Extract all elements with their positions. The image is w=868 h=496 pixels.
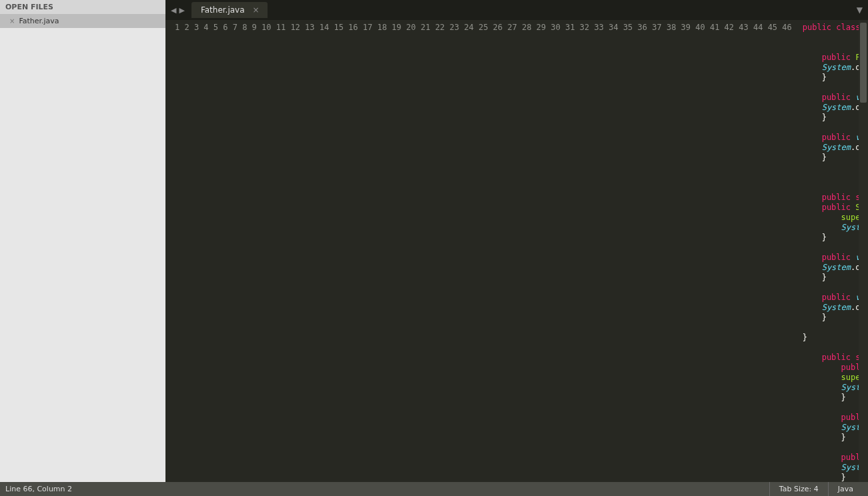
cursor-position: Line 66, Column 2 — [5, 485, 72, 493]
statusbar: Line 66, Column 2 Tab Size: 4 Java — [0, 482, 868, 496]
main-area: OPEN FILES × Father.java ◀ ▶ Father.java… — [0, 0, 868, 482]
tab-overflow-icon[interactable]: ▼ — [857, 5, 863, 15]
sidebar-header: OPEN FILES — [0, 0, 165, 14]
scrollbar-thumb[interactable] — [860, 23, 867, 103]
tab-label: Father.java — [201, 5, 245, 15]
tab-nav-next-icon[interactable]: ▶ — [177, 6, 185, 15]
open-file-item[interactable]: × Father.java — [0, 14, 165, 28]
code-area: 1 2 3 4 5 6 7 8 9 10 11 12 13 14 15 16 1… — [165, 20, 868, 482]
tab-nav-prev-icon[interactable]: ◀ — [169, 6, 177, 15]
editor-pane: ◀ ▶ Father.java × ▼ 1 2 3 4 5 6 7 8 9 10… — [165, 0, 868, 482]
tab-father-java[interactable]: Father.java × — [191, 2, 268, 18]
app-root: OPEN FILES × Father.java ◀ ▶ Father.java… — [0, 0, 868, 496]
close-icon[interactable]: × — [9, 17, 15, 25]
close-icon[interactable]: × — [253, 5, 260, 15]
tab-size-indicator[interactable]: Tab Size: 4 — [769, 482, 828, 496]
tabstrip: ◀ ▶ Father.java × ▼ — [165, 0, 868, 20]
language-indicator[interactable]: Java — [828, 482, 863, 496]
sidebar: OPEN FILES × Father.java — [0, 0, 165, 482]
code-editor[interactable]: public class Father { public Father() { … — [799, 20, 859, 482]
vertical-scrollbar[interactable] — [859, 20, 868, 482]
line-gutter: 1 2 3 4 5 6 7 8 9 10 11 12 13 14 15 16 1… — [165, 20, 799, 482]
open-file-label: Father.java — [19, 17, 59, 25]
